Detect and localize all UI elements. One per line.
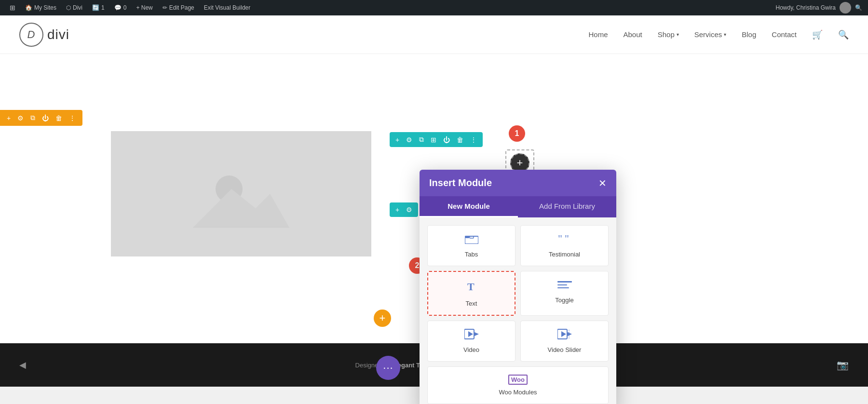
exit-builder-label: Exit Visual Builder xyxy=(204,4,251,11)
toggle-icon xyxy=(557,279,572,293)
svg-marker-15 xyxy=(468,331,473,337)
nav-blog[interactable]: Blog xyxy=(742,30,756,39)
dialog-close-button[interactable]: ✕ xyxy=(598,178,607,188)
svg-text:": " xyxy=(558,233,562,244)
module-item-woo[interactable]: Woo Woo Modules xyxy=(427,366,609,404)
comments-icon: 💬 xyxy=(114,4,122,11)
col1-settings-icon[interactable]: ⚙ xyxy=(404,135,414,145)
site-nav: Home About Shop ▾ Services ▾ Blog Contac… xyxy=(588,29,849,40)
nav-contact[interactable]: Contact xyxy=(772,30,797,39)
comments-menu[interactable]: 💬 0 xyxy=(110,0,131,15)
edit-icon: ✏ xyxy=(163,4,167,11)
new-label: + New xyxy=(136,4,152,11)
comments-count: 0 xyxy=(123,4,127,11)
row-settings-icon[interactable]: ⚙ xyxy=(15,113,26,123)
site-logo[interactable]: D divi xyxy=(19,23,69,47)
logo-letter: D xyxy=(27,28,36,41)
testimonial-icon: "" xyxy=(558,233,571,247)
tab-new-module[interactable]: New Module xyxy=(420,196,518,217)
col2-settings-icon[interactable]: ⚙ xyxy=(404,205,414,215)
module-item-tabs[interactable]: Tabs xyxy=(427,225,515,266)
bottom-fab-button[interactable]: ··· xyxy=(376,356,400,380)
wp-logo[interactable]: ⊞ xyxy=(6,0,19,15)
module-item-text[interactable]: T Text xyxy=(427,271,515,316)
site-header: D divi Home About Shop ▾ Services ▾ Blog… xyxy=(0,15,868,54)
main-content: + ⚙ ⧉ ⏻ 🗑 ⋮ + ⚙ ⧉ ⊞ ⏻ 🗑 ⋮ 1 + + ⚙ xyxy=(0,54,868,343)
exit-builder-link[interactable]: Exit Visual Builder xyxy=(200,0,255,15)
user-avatar xyxy=(840,2,851,13)
col1-add-icon[interactable]: + xyxy=(393,135,401,145)
updates-icon: 🔄 xyxy=(92,4,99,11)
text-module-icon: T xyxy=(465,280,478,296)
dialog-tabs: New Module Add From Library xyxy=(420,196,616,217)
nav-about[interactable]: About xyxy=(623,30,642,39)
admin-bar: ⊞ 🏠 My Sites ⬡ Divi 🔄 1 💬 0 + New ✏ Edit… xyxy=(0,0,868,15)
row-trash-icon[interactable]: 🗑 xyxy=(54,113,64,123)
step-badge-1: 1 xyxy=(509,125,525,142)
col1-more-icon[interactable]: ⋮ xyxy=(468,135,479,145)
nav-services[interactable]: Services ▾ xyxy=(694,30,727,39)
module-item-toggle[interactable]: Toggle xyxy=(520,271,609,316)
svg-marker-14 xyxy=(475,332,479,336)
module-item-testimonial[interactable]: "" Testimonial xyxy=(520,225,609,266)
tabs-label: Tabs xyxy=(465,251,478,258)
toggle-label: Toggle xyxy=(555,296,573,304)
search-icon[interactable]: 🔍 xyxy=(855,4,862,11)
col1-toggle-icon[interactable]: ⏻ xyxy=(441,135,452,145)
edit-page-label: Edit Page xyxy=(169,4,194,11)
my-sites-menu[interactable]: 🏠 My Sites xyxy=(21,0,60,15)
col-toolbar-2: + ⚙ xyxy=(390,202,418,217)
shop-chevron-icon: ▾ xyxy=(677,32,679,37)
text-label: Text xyxy=(466,300,477,307)
header-search-icon[interactable]: 🔍 xyxy=(838,29,849,40)
add-section-button[interactable]: + xyxy=(374,310,391,327)
user-greeting: Howdy, Christina Gwira xyxy=(776,4,836,11)
services-chevron-icon: ▾ xyxy=(724,32,726,37)
svg-rect-6 xyxy=(470,236,474,238)
nav-about-label: About xyxy=(623,30,642,39)
new-menu[interactable]: + New xyxy=(132,0,156,15)
placeholder-svg xyxy=(193,160,289,228)
logo-text: divi xyxy=(47,27,69,42)
row-add-icon[interactable]: + xyxy=(5,113,13,123)
woo-label: Woo Modules xyxy=(499,389,537,396)
row-duplicate-icon[interactable]: ⧉ xyxy=(28,113,37,123)
instagram-icon[interactable]: 📷 xyxy=(837,359,849,371)
nav-shop-label: Shop xyxy=(658,30,675,39)
edit-page-link[interactable]: ✏ Edit Page xyxy=(159,0,198,15)
module-item-video[interactable]: Video xyxy=(427,321,515,362)
svg-text:T: T xyxy=(467,281,475,293)
dialog-title: Insert Module xyxy=(429,177,492,189)
col1-trash-icon[interactable]: 🗑 xyxy=(455,135,465,145)
updates-menu[interactable]: 🔄 1 xyxy=(88,0,108,15)
badge-1-number: 1 xyxy=(515,129,519,138)
module-item-video-slider[interactable]: Video Slider xyxy=(520,321,609,362)
col1-grid-icon[interactable]: ⊞ xyxy=(429,135,438,145)
badge-2-number: 2 xyxy=(415,261,420,270)
video-slider-label: Video Slider xyxy=(548,346,582,353)
footer-back-arrow[interactable]: ◀ xyxy=(19,360,26,370)
row-more-icon[interactable]: ⋮ xyxy=(67,113,78,123)
my-sites-icon: 🏠 xyxy=(25,4,32,11)
nav-home[interactable]: Home xyxy=(588,30,608,39)
col1-duplicate-icon[interactable]: ⧉ xyxy=(417,135,426,145)
dialog-header: Insert Module ✕ xyxy=(420,170,616,196)
woo-icon: Woo xyxy=(508,375,528,385)
row-toolbar-top: + ⚙ ⧉ ⏻ 🗑 ⋮ xyxy=(0,110,82,126)
cart-icon[interactable]: 🛒 xyxy=(812,29,823,40)
divi-menu[interactable]: ⬡ Divi xyxy=(62,0,86,15)
divi-label: Divi xyxy=(73,4,82,11)
insert-module-dialog: Insert Module ✕ New Module Add From Libr… xyxy=(420,170,616,404)
nav-shop[interactable]: Shop ▾ xyxy=(658,30,679,39)
svg-rect-11 xyxy=(557,284,567,285)
divi-icon: ⬡ xyxy=(66,4,71,11)
image-placeholder xyxy=(111,131,371,256)
col2-add-icon[interactable]: + xyxy=(393,205,401,215)
footer-social: 📷 xyxy=(837,359,849,371)
nav-services-label: Services xyxy=(694,30,722,39)
svg-rect-5 xyxy=(465,236,469,238)
dialog-body: Tabs "" Testimonial T Text T xyxy=(420,217,616,404)
tab-add-from-library[interactable]: Add From Library xyxy=(518,196,616,217)
svg-marker-17 xyxy=(568,332,572,336)
row-lock-icon[interactable]: ⏻ xyxy=(40,113,51,123)
